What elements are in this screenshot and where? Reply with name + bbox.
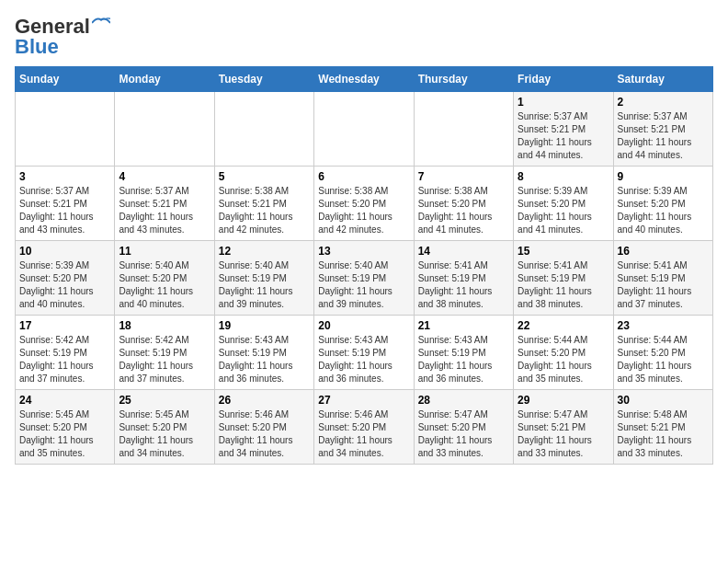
calendar-cell (414, 92, 513, 167)
day-info: Sunrise: 5:43 AM Sunset: 5:19 PM Dayligh… (318, 334, 409, 385)
calendar-cell: 20Sunrise: 5:43 AM Sunset: 5:19 PM Dayli… (314, 316, 414, 390)
day-info: Sunrise: 5:37 AM Sunset: 5:21 PM Dayligh… (618, 110, 709, 162)
calendar-week-5: 24Sunrise: 5:45 AM Sunset: 5:20 PM Dayli… (16, 390, 713, 465)
day-info: Sunrise: 5:38 AM Sunset: 5:21 PM Dayligh… (219, 185, 310, 236)
day-number: 30 (618, 394, 709, 407)
calendar-cell: 3Sunrise: 5:37 AM Sunset: 5:21 PM Daylig… (16, 167, 115, 241)
calendar-cell: 21Sunrise: 5:43 AM Sunset: 5:19 PM Dayli… (414, 316, 513, 390)
day-info: Sunrise: 5:46 AM Sunset: 5:20 PM Dayligh… (318, 408, 409, 460)
day-info: Sunrise: 5:41 AM Sunset: 5:19 PM Dayligh… (418, 259, 509, 311)
calendar-cell: 19Sunrise: 5:43 AM Sunset: 5:19 PM Dayli… (214, 316, 313, 390)
calendar-cell: 17Sunrise: 5:42 AM Sunset: 5:19 PM Dayli… (16, 316, 115, 390)
calendar-week-1: 1Sunrise: 5:37 AM Sunset: 5:21 PM Daylig… (16, 92, 713, 167)
day-number: 16 (618, 245, 709, 258)
calendar-cell: 14Sunrise: 5:41 AM Sunset: 5:19 PM Dayli… (414, 241, 513, 316)
day-number: 20 (318, 319, 409, 332)
calendar-cell: 30Sunrise: 5:48 AM Sunset: 5:21 PM Dayli… (613, 390, 712, 465)
day-info: Sunrise: 5:37 AM Sunset: 5:21 PM Dayligh… (19, 185, 110, 236)
calendar-cell: 9Sunrise: 5:39 AM Sunset: 5:20 PM Daylig… (613, 167, 712, 241)
day-info: Sunrise: 5:47 AM Sunset: 5:20 PM Dayligh… (418, 408, 509, 460)
day-number: 3 (19, 170, 110, 183)
calendar-week-3: 10Sunrise: 5:39 AM Sunset: 5:20 PM Dayli… (16, 241, 713, 316)
day-number: 24 (19, 394, 110, 407)
day-number: 17 (19, 319, 110, 332)
day-info: Sunrise: 5:45 AM Sunset: 5:20 PM Dayligh… (119, 408, 210, 460)
day-number: 29 (518, 394, 609, 407)
column-header-saturday: Saturday (613, 67, 712, 92)
calendar-cell: 12Sunrise: 5:40 AM Sunset: 5:19 PM Dayli… (214, 241, 313, 316)
calendar-cell (314, 92, 414, 167)
calendar-week-2: 3Sunrise: 5:37 AM Sunset: 5:21 PM Daylig… (16, 167, 713, 241)
calendar-table: SundayMondayTuesdayWednesdayThursdayFrid… (15, 66, 713, 465)
day-number: 23 (618, 319, 709, 332)
day-number: 11 (119, 245, 210, 258)
logo-blue: Blue (15, 35, 59, 59)
day-info: Sunrise: 5:48 AM Sunset: 5:21 PM Dayligh… (618, 408, 709, 460)
calendar-cell: 26Sunrise: 5:46 AM Sunset: 5:20 PM Dayli… (214, 390, 313, 465)
day-number: 7 (418, 170, 509, 183)
day-number: 6 (318, 170, 409, 183)
calendar-cell (16, 92, 115, 167)
day-number: 4 (119, 170, 210, 183)
calendar-cell: 24Sunrise: 5:45 AM Sunset: 5:20 PM Dayli… (16, 390, 115, 465)
day-number: 26 (219, 394, 310, 407)
calendar-cell (214, 92, 313, 167)
day-info: Sunrise: 5:43 AM Sunset: 5:19 PM Dayligh… (219, 334, 310, 385)
day-number: 13 (318, 245, 409, 258)
calendar-week-4: 17Sunrise: 5:42 AM Sunset: 5:19 PM Dayli… (16, 316, 713, 390)
day-info: Sunrise: 5:44 AM Sunset: 5:20 PM Dayligh… (518, 334, 609, 385)
day-info: Sunrise: 5:42 AM Sunset: 5:19 PM Dayligh… (119, 334, 210, 385)
calendar-cell: 28Sunrise: 5:47 AM Sunset: 5:20 PM Dayli… (414, 390, 513, 465)
day-info: Sunrise: 5:41 AM Sunset: 5:19 PM Dayligh… (618, 259, 709, 311)
day-info: Sunrise: 5:38 AM Sunset: 5:20 PM Dayligh… (318, 185, 409, 236)
calendar-cell (115, 92, 214, 167)
logo-bird-icon (92, 17, 110, 29)
calendar-header-row: SundayMondayTuesdayWednesdayThursdayFrid… (16, 67, 713, 92)
day-info: Sunrise: 5:39 AM Sunset: 5:20 PM Dayligh… (518, 185, 609, 236)
day-info: Sunrise: 5:40 AM Sunset: 5:19 PM Dayligh… (318, 259, 409, 311)
day-number: 21 (418, 319, 509, 332)
calendar-cell: 16Sunrise: 5:41 AM Sunset: 5:19 PM Dayli… (613, 241, 712, 316)
day-info: Sunrise: 5:41 AM Sunset: 5:19 PM Dayligh… (518, 259, 609, 311)
day-number: 25 (119, 394, 210, 407)
page-header: General Blue (15, 15, 713, 59)
calendar-cell: 29Sunrise: 5:47 AM Sunset: 5:21 PM Dayli… (514, 390, 613, 465)
day-number: 8 (518, 170, 609, 183)
calendar-cell: 27Sunrise: 5:46 AM Sunset: 5:20 PM Dayli… (314, 390, 414, 465)
column-header-friday: Friday (514, 67, 613, 92)
logo: General Blue (15, 15, 110, 59)
day-info: Sunrise: 5:40 AM Sunset: 5:19 PM Dayligh… (219, 259, 310, 311)
day-number: 22 (518, 319, 609, 332)
day-number: 15 (518, 245, 609, 258)
day-number: 1 (518, 96, 609, 109)
column-header-monday: Monday (115, 67, 214, 92)
calendar-cell: 7Sunrise: 5:38 AM Sunset: 5:20 PM Daylig… (414, 167, 513, 241)
day-info: Sunrise: 5:45 AM Sunset: 5:20 PM Dayligh… (19, 408, 110, 460)
calendar-cell: 18Sunrise: 5:42 AM Sunset: 5:19 PM Dayli… (115, 316, 214, 390)
day-number: 19 (219, 319, 310, 332)
calendar-cell: 4Sunrise: 5:37 AM Sunset: 5:21 PM Daylig… (115, 167, 214, 241)
column-header-tuesday: Tuesday (214, 67, 313, 92)
day-info: Sunrise: 5:43 AM Sunset: 5:19 PM Dayligh… (418, 334, 509, 385)
calendar-cell: 8Sunrise: 5:39 AM Sunset: 5:20 PM Daylig… (514, 167, 613, 241)
column-header-thursday: Thursday (414, 67, 513, 92)
calendar-cell: 13Sunrise: 5:40 AM Sunset: 5:19 PM Dayli… (314, 241, 414, 316)
day-info: Sunrise: 5:39 AM Sunset: 5:20 PM Dayligh… (618, 185, 709, 236)
day-info: Sunrise: 5:44 AM Sunset: 5:20 PM Dayligh… (618, 334, 709, 385)
day-number: 10 (19, 245, 110, 258)
day-number: 9 (618, 170, 709, 183)
day-info: Sunrise: 5:40 AM Sunset: 5:20 PM Dayligh… (119, 259, 210, 311)
day-number: 2 (618, 96, 709, 109)
day-info: Sunrise: 5:47 AM Sunset: 5:21 PM Dayligh… (518, 408, 609, 460)
day-number: 18 (119, 319, 210, 332)
calendar-cell: 2Sunrise: 5:37 AM Sunset: 5:21 PM Daylig… (613, 92, 712, 167)
day-info: Sunrise: 5:42 AM Sunset: 5:19 PM Dayligh… (19, 334, 110, 385)
calendar-cell: 15Sunrise: 5:41 AM Sunset: 5:19 PM Dayli… (514, 241, 613, 316)
calendar-cell: 23Sunrise: 5:44 AM Sunset: 5:20 PM Dayli… (613, 316, 712, 390)
calendar-cell: 10Sunrise: 5:39 AM Sunset: 5:20 PM Dayli… (16, 241, 115, 316)
day-info: Sunrise: 5:37 AM Sunset: 5:21 PM Dayligh… (119, 185, 210, 236)
day-info: Sunrise: 5:38 AM Sunset: 5:20 PM Dayligh… (418, 185, 509, 236)
day-number: 14 (418, 245, 509, 258)
day-info: Sunrise: 5:46 AM Sunset: 5:20 PM Dayligh… (219, 408, 310, 460)
day-number: 12 (219, 245, 310, 258)
